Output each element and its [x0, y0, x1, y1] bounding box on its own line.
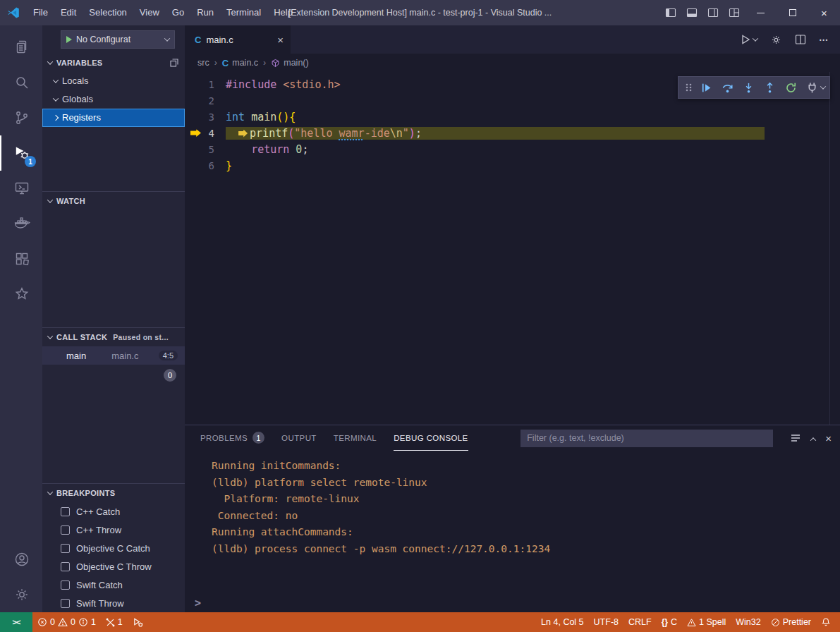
problems-status[interactable]: 0 0 1 — [32, 612, 101, 632]
breakpoint-item[interactable]: C++ Catch — [42, 502, 185, 521]
step-over-button[interactable] — [718, 78, 736, 97]
menu-view[interactable]: View — [133, 0, 166, 25]
close-tab-icon[interactable]: × — [277, 34, 284, 46]
breakpoint-checkbox[interactable] — [61, 562, 70, 571]
panel-menu-icon[interactable] — [790, 432, 801, 444]
menu-go[interactable]: Go — [166, 0, 190, 25]
panel-tab-debug-console[interactable]: DEBUG CONSOLE — [394, 425, 468, 451]
toggle-panel-icon[interactable] — [681, 0, 702, 25]
breakpoint-item[interactable]: Swift Throw — [42, 594, 185, 612]
panel-tab-problems[interactable]: PROBLEMS1 — [200, 425, 264, 451]
language-indicator[interactable]: {}C — [657, 612, 682, 632]
notifications-bell-icon[interactable] — [816, 612, 836, 632]
continue-button[interactable] — [697, 78, 715, 97]
variables-item-registers[interactable]: Registers — [42, 109, 185, 127]
editor-scrollbar[interactable] — [829, 72, 840, 425]
breadcrumb: src › Cmain.c › main() — [185, 54, 840, 72]
breakpoint-checkbox[interactable] — [61, 525, 70, 535]
console-input-chevron-icon: > — [195, 597, 201, 609]
remote-explorer-icon[interactable] — [0, 171, 42, 206]
tab-main-c[interactable]: C main.c × — [185, 25, 291, 54]
explorer-icon[interactable] — [0, 30, 42, 65]
breakpoint-checkbox[interactable] — [61, 581, 70, 590]
breadcrumb-file[interactable]: Cmain.c — [222, 58, 258, 68]
docker-icon[interactable] — [0, 206, 42, 241]
breadcrumb-symbol[interactable]: main() — [271, 58, 308, 68]
extensions-icon[interactable] — [0, 241, 42, 276]
console-filter-input[interactable] — [521, 430, 773, 447]
breakpoint-item[interactable]: Objective C Catch — [42, 539, 185, 557]
run-and-debug-icon[interactable]: 1 — [0, 135, 42, 171]
debug-status-icon[interactable] — [128, 612, 148, 632]
panel-tab-output[interactable]: OUTPUT — [281, 425, 317, 451]
menu-edit[interactable]: Edit — [54, 0, 83, 25]
breakpoint-checkbox[interactable] — [61, 544, 70, 553]
menu-terminal[interactable]: Terminal — [220, 0, 267, 25]
star-icon[interactable] — [0, 276, 42, 312]
run-or-debug-button[interactable] — [740, 34, 757, 45]
variables-header[interactable]: VARIABLES — [42, 54, 185, 72]
toggle-primary-sidebar-icon[interactable] — [660, 0, 681, 25]
call-stack-header[interactable]: CALL STACK Paused on st... — [42, 328, 185, 346]
chevron-down-icon[interactable] — [820, 83, 826, 89]
chevron-down-icon — [47, 333, 53, 339]
account-icon[interactable] — [0, 542, 42, 577]
minimize-button[interactable] — [745, 0, 777, 25]
close-panel-icon[interactable]: × — [825, 432, 832, 444]
close-window-button[interactable]: × — [808, 0, 840, 25]
gutter-line-2[interactable]: 2 — [185, 95, 226, 107]
launch-config-dropdown[interactable]: No Configurat — [61, 30, 175, 49]
menu-file[interactable]: File — [27, 0, 54, 25]
tasks-status[interactable]: 1 — [101, 612, 128, 632]
panel-tab-terminal[interactable]: TERMINAL — [334, 425, 377, 451]
variables-item-locals[interactable]: Locals — [42, 72, 185, 90]
remote-indicator[interactable]: >< — [0, 612, 32, 632]
spell-checker-status[interactable]: 1 Spell — [682, 612, 731, 632]
step-out-button[interactable] — [760, 78, 779, 97]
gutter-line-3[interactable]: 3 — [185, 111, 226, 123]
split-editor-button[interactable] — [795, 34, 806, 45]
configure-gear-button[interactable] — [770, 34, 782, 46]
formatter-status[interactable]: Prettier — [766, 612, 816, 632]
restart-button[interactable] — [781, 78, 800, 97]
braces-icon: {} — [662, 617, 668, 627]
menu-selection[interactable]: Selection — [83, 0, 133, 25]
cursor-position[interactable]: Ln 4, Col 5 — [536, 612, 588, 632]
call-stack-frame[interactable]: main main.c 4:5 — [42, 346, 185, 365]
platform-indicator[interactable]: Win32 — [731, 612, 765, 632]
breakpoints-header[interactable]: BREAKPOINTS — [42, 484, 185, 502]
source-control-icon[interactable] — [0, 100, 42, 135]
variables-item-globals[interactable]: Globals — [42, 90, 185, 109]
encoding-indicator[interactable]: UTF-8 — [589, 612, 623, 632]
breakpoint-item[interactable]: C++ Throw — [42, 521, 185, 539]
breakpoint-checkbox[interactable] — [61, 599, 70, 608]
watch-header[interactable]: WATCH — [42, 192, 185, 210]
code-line-6[interactable]: 6} — [185, 157, 840, 174]
gutter-line-6[interactable]: 6 — [185, 160, 226, 171]
breadcrumb-src[interactable]: src — [197, 58, 209, 68]
customize-layout-icon[interactable] — [724, 0, 745, 25]
maximize-panel-icon[interactable] — [811, 433, 815, 444]
gutter-line-1[interactable]: 1 — [185, 79, 226, 90]
code-line-4[interactable]: 4 printf("hello wamr-ide\n"); — [185, 125, 840, 141]
drag-handle-icon[interactable] — [683, 78, 694, 97]
eol-indicator[interactable]: CRLF — [623, 612, 657, 632]
code-line-5[interactable]: 5 return 0; — [185, 141, 840, 157]
more-actions-button[interactable]: ⋯ — [819, 35, 829, 45]
gutter-line-4[interactable]: 4 — [185, 128, 226, 139]
console-input[interactable] — [201, 594, 840, 612]
disconnect-button[interactable] — [803, 78, 821, 97]
code-editor[interactable]: 1#include <stdio.h>23int main(){4 printf… — [185, 72, 840, 425]
breakpoint-item[interactable]: Swift Catch — [42, 576, 185, 594]
settings-gear-icon[interactable] — [0, 577, 42, 612]
maximize-button[interactable] — [777, 0, 808, 25]
code-line-3[interactable]: 3int main(){ — [185, 109, 840, 125]
collapse-all-icon[interactable] — [169, 58, 179, 68]
search-icon[interactable] — [0, 65, 42, 100]
step-into-button[interactable] — [739, 78, 757, 97]
gutter-line-5[interactable]: 5 — [185, 144, 226, 155]
menu-run[interactable]: Run — [190, 0, 220, 25]
toggle-secondary-sidebar-icon[interactable] — [702, 0, 724, 25]
breakpoint-checkbox[interactable] — [61, 507, 70, 516]
breakpoint-item[interactable]: Objective C Throw — [42, 557, 185, 576]
